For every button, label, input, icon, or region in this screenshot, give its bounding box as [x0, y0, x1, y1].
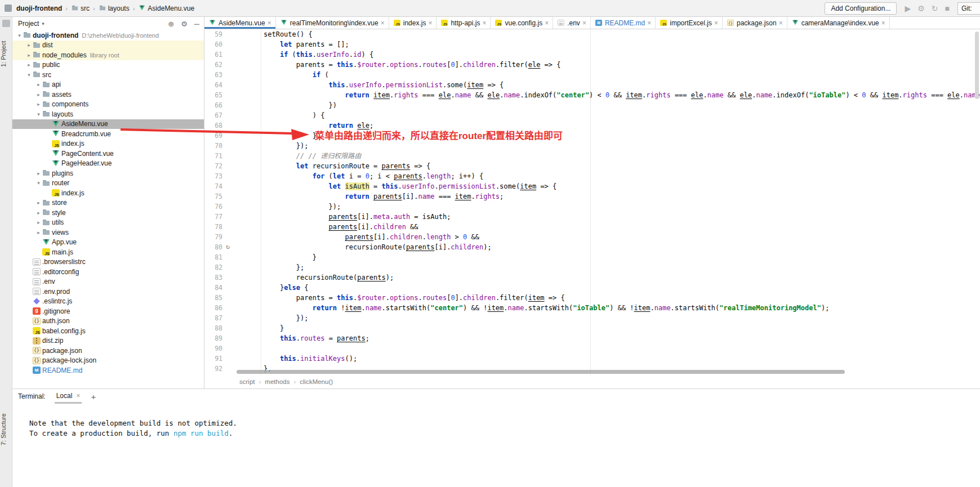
- tree-item-style[interactable]: style: [12, 208, 204, 218]
- chevron-right-icon[interactable]: [35, 171, 42, 176]
- breadcrumb-item-duoji-frontend[interactable]: duoji-frontend: [16, 5, 62, 12]
- editor-tab-package-json[interactable]: package.json: [723, 17, 787, 29]
- close-icon[interactable]: [714, 19, 718, 27]
- locate-file-icon[interactable]: ⊕: [168, 20, 174, 28]
- editor-breadcrumb-item-clickmenu[interactable]: clickMenu(): [300, 378, 333, 385]
- editor-tab-cameramanage-index-vue[interactable]: cameraManage\index.vue: [787, 17, 890, 29]
- tree-item-duoji-frontend[interactable]: duoji-frontendD:\zheheWeb\duoji-frontend: [12, 30, 204, 41]
- tree-item-dist[interactable]: dist: [12, 41, 204, 51]
- tree-item-router[interactable]: router: [12, 178, 204, 189]
- editor-tab-realtimemonitoring-index-vue[interactable]: realTimeMonitoring\index.vue: [276, 17, 389, 29]
- editor-tab-importexcel-js[interactable]: importExcel.js: [656, 17, 723, 29]
- recursion-gutter-icon[interactable]: ↻: [224, 242, 232, 252]
- settings-icon[interactable]: ⚙: [181, 20, 188, 28]
- tree-item-index-js[interactable]: index.js: [12, 188, 204, 198]
- code-text: }): [232, 100, 337, 110]
- chevron-right-icon[interactable]: [25, 52, 33, 58]
- tree-item-plugins[interactable]: plugins: [12, 168, 204, 178]
- close-icon[interactable]: [381, 19, 385, 27]
- breadcrumb-item-layouts[interactable]: layouts: [108, 5, 130, 12]
- tree-item-pageheader-vue[interactable]: PageHeader.vue: [12, 159, 204, 169]
- tree-item-readme-md[interactable]: README.md: [12, 365, 204, 376]
- new-terminal-button[interactable]: +: [91, 392, 96, 404]
- tree-item-env-prod[interactable]: .env.prod: [12, 287, 204, 297]
- tree-item-assets[interactable]: assets: [12, 90, 204, 100]
- editor-tab-index-js[interactable]: index.js: [389, 17, 437, 29]
- close-icon[interactable]: [545, 19, 549, 27]
- tree-item-store[interactable]: store: [12, 198, 204, 208]
- tree-item-editorconfig[interactable]: .editorconfig: [12, 267, 204, 277]
- tree-item-index-js[interactable]: index.js: [12, 139, 204, 149]
- tree-item-layouts[interactable]: layouts: [12, 109, 204, 119]
- tree-item-dist-zip[interactable]: dist.zip: [12, 336, 204, 346]
- editor-breadcrumb-item-script[interactable]: script: [239, 378, 255, 385]
- hide-panel-icon[interactable]: ─: [194, 20, 199, 28]
- tree-item-browserslistrc[interactable]: .browserslistrc: [12, 257, 204, 267]
- editor-tab-vue-config-js[interactable]: vue.config.js: [491, 17, 553, 29]
- close-icon[interactable]: [881, 19, 885, 27]
- close-icon[interactable]: [76, 392, 80, 400]
- project-stripe-button[interactable]: 1: Project: [0, 30, 12, 78]
- vertical-scrollbar[interactable]: [975, 32, 979, 99]
- chevron-right-icon[interactable]: [35, 92, 42, 97]
- tree-item-api[interactable]: api: [12, 80, 204, 90]
- chevron-right-icon[interactable]: [35, 220, 42, 225]
- tree-item-public[interactable]: public: [12, 60, 204, 70]
- tree-item-auth-json[interactable]: auth.json: [12, 316, 204, 327]
- gutter-slot: [224, 131, 232, 141]
- horizontal-scrollbar[interactable]: [237, 370, 845, 374]
- tree-item-eslintrc-js[interactable]: .eslintrc.js: [12, 297, 204, 307]
- close-icon[interactable]: [482, 19, 486, 27]
- terminal-output[interactable]: Note that the development build is not o…: [12, 404, 980, 439]
- js-icon: [33, 327, 41, 334]
- update-project-icon[interactable]: ↻: [932, 5, 938, 12]
- chevron-right-icon[interactable]: [35, 230, 42, 235]
- chevron-right-icon[interactable]: [35, 210, 42, 216]
- structure-stripe-button[interactable]: 7: Structure: [0, 404, 12, 455]
- chevron-right-icon[interactable]: [35, 82, 42, 87]
- tree-item-views[interactable]: views: [12, 227, 204, 238]
- close-icon[interactable]: [428, 19, 432, 27]
- editor-tab-env[interactable]: .env: [553, 17, 591, 29]
- chevron-down-icon[interactable]: [16, 33, 23, 38]
- breadcrumb-item-src[interactable]: src: [81, 5, 90, 12]
- tree-item-package-json[interactable]: package.json: [12, 346, 204, 356]
- editor-tab-asidemenu-vue[interactable]: AsideMenu.vue: [204, 17, 276, 29]
- chevron-right-icon[interactable]: [35, 200, 42, 205]
- run-icon[interactable]: ▶: [905, 5, 911, 12]
- tree-item-gitignore[interactable]: .gitignore: [12, 306, 204, 316]
- tree-item-package-lock-json[interactable]: package-lock.json: [12, 356, 204, 366]
- close-icon[interactable]: [268, 19, 271, 27]
- chevron-down-icon[interactable]: [35, 111, 42, 117]
- tree-item-utils[interactable]: utils: [12, 218, 204, 228]
- add-configuration-button[interactable]: Add Configuration...: [825, 2, 897, 15]
- tree-item-env[interactable]: .env: [12, 277, 204, 287]
- close-icon[interactable]: [779, 19, 783, 27]
- tree-item-pagecontent-vue[interactable]: PageContent.vue: [12, 149, 204, 159]
- tree-item-babel-config-js[interactable]: babel.config.js: [12, 326, 204, 336]
- close-icon[interactable]: [647, 19, 651, 27]
- editor-breadcrumb-item-methods[interactable]: methods: [265, 378, 289, 385]
- stop-icon[interactable]: ■: [945, 5, 950, 12]
- close-icon[interactable]: [582, 19, 586, 27]
- tree-item-src[interactable]: src: [12, 70, 204, 80]
- tree-item-main-js[interactable]: main.js: [12, 247, 204, 257]
- chevron-right-icon[interactable]: [25, 42, 33, 48]
- tree-item-node-modules[interactable]: node_moduleslibrary root: [12, 50, 204, 60]
- editor-tab-http-api-js[interactable]: http-api.js: [436, 17, 491, 29]
- chevron-down-icon[interactable]: [35, 180, 42, 186]
- tree-item-components[interactable]: components: [12, 100, 204, 110]
- chevron-right-icon[interactable]: [35, 101, 42, 107]
- code-editor[interactable]: 59setRoute() {60 let parents = [];61 if …: [204, 29, 980, 375]
- tree-item-breadcrumb-vue[interactable]: Breadcrumb.vue: [12, 129, 204, 139]
- tree-item-asidemenu-vue[interactable]: AsideMenu.vue: [12, 119, 204, 129]
- tree-item-app-vue[interactable]: App.vue: [12, 238, 204, 248]
- project-panel-title[interactable]: Project: [18, 20, 39, 28]
- chevron-right-icon[interactable]: [25, 62, 33, 68]
- chevron-down-icon[interactable]: [25, 72, 33, 78]
- settings-icon[interactable]: ⚙: [917, 5, 925, 12]
- terminal-tab-local[interactable]: Local: [55, 390, 82, 404]
- git-branch-button[interactable]: Git:: [957, 2, 980, 15]
- breadcrumb-item-asidemenu-vue[interactable]: AsideMenu.vue: [148, 5, 194, 12]
- editor-tab-readme-md[interactable]: README.md: [591, 17, 656, 29]
